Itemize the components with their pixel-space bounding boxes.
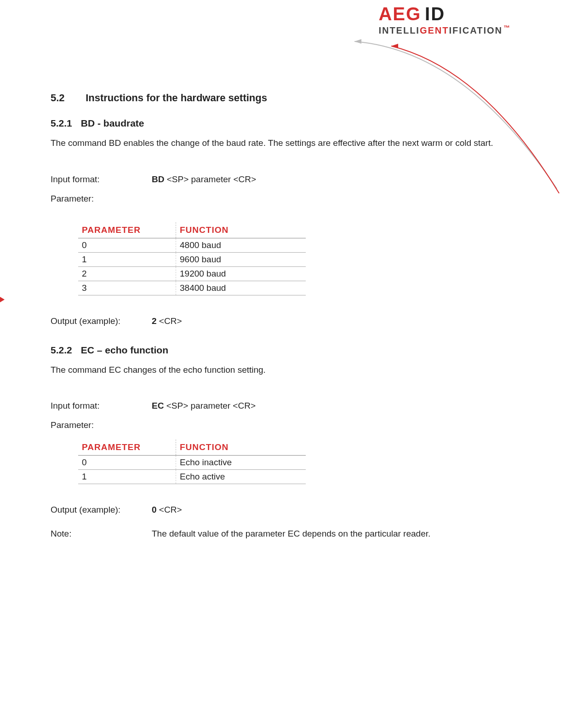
table-cell-param: 1 (78, 470, 176, 484)
logo-ification: IFICATION (449, 25, 503, 35)
subsection-522-title: EC – echo function (81, 345, 168, 355)
table-row: 3 38400 baud (78, 281, 306, 295)
output-example-value-522: 0 <CR> (152, 505, 510, 515)
parameter-label-row-521: Parameter: (51, 194, 510, 204)
logo-aeg-text: AEG (378, 4, 421, 24)
page-edge-marker-icon (0, 297, 5, 302)
logo-intelli: INTELLI (378, 25, 420, 35)
table-row: 1 Echo active (78, 470, 306, 484)
table-cell-param: 0 (78, 238, 176, 252)
output-example-row-521: Output (example): 2 <CR> (51, 316, 510, 326)
brand-logo: AEGID INTELLIGENTIFICATION™ (378, 5, 511, 36)
table-cell-param: 0 (78, 456, 176, 470)
input-format-label: Input format: (51, 174, 152, 185)
table-header-parameter: PARAMETER (78, 439, 176, 456)
subsection-521-title: BD - baudrate (81, 118, 144, 128)
note-label-522: Note: (51, 529, 152, 539)
input-rest-ec: <SP> parameter <CR> (164, 401, 256, 410)
table-header-parameter: PARAMETER (78, 222, 176, 238)
table-row: 2 19200 baud (78, 266, 306, 281)
output-cmd-522: 0 (152, 505, 157, 514)
table-row: 0 4800 baud (78, 238, 306, 252)
table-header-row: PARAMETER FUNCTION (78, 222, 306, 238)
input-cmd-ec: EC (152, 401, 164, 410)
parameter-table-522: PARAMETER FUNCTION 0 Echo inactive 1 Ech… (78, 439, 306, 484)
input-format-row-521: Input format: BD <SP> parameter <CR> (51, 174, 510, 185)
output-example-label-522: Output (example): (51, 505, 152, 515)
logo-id-text: ID (425, 4, 445, 24)
output-example-value-521: 2 <CR> (152, 316, 510, 326)
table-header-row: PARAMETER FUNCTION (78, 439, 306, 456)
section-title: Instructions for the hardware settings (86, 92, 267, 104)
parameter-table-521: PARAMETER FUNCTION 0 4800 baud 1 9600 ba… (78, 222, 306, 295)
subsection-522-heading: 5.2.2 EC – echo function (51, 345, 510, 356)
subsection-522-desc: The command EC changes of the echo funct… (51, 364, 510, 376)
input-format-label-522: Input format: (51, 401, 152, 411)
table-cell-func: 4800 baud (176, 238, 306, 252)
table-cell-func: 38400 baud (176, 281, 306, 295)
table-cell-func: 19200 baud (176, 266, 306, 281)
logo-tm: ™ (503, 24, 511, 31)
table-row: 0 Echo inactive (78, 456, 306, 470)
subsection-521-number: 5.2.1 (51, 118, 78, 129)
table-cell-func: 9600 baud (176, 252, 306, 266)
logo-gent: GENT (420, 25, 449, 35)
svg-marker-1 (391, 44, 398, 48)
table-cell-param: 3 (78, 281, 176, 295)
table-cell-func: Echo inactive (176, 456, 306, 470)
subsection-522-number: 5.2.2 (51, 345, 78, 356)
input-format-row-522: Input format: EC <SP> parameter <CR> (51, 401, 510, 411)
parameter-label-522: Parameter: (51, 420, 152, 430)
parameter-label-row-522: Parameter: (51, 420, 510, 430)
section-heading: 5.2 Instructions for the hardware settin… (51, 92, 510, 104)
output-rest-521: <CR> (157, 316, 182, 326)
table-cell-func: Echo active (176, 470, 306, 484)
input-rest-bd: <SP> parameter <CR> (164, 174, 256, 184)
note-text-522: The default value of the parameter EC de… (152, 529, 510, 539)
table-header-function: FUNCTION (176, 222, 306, 238)
input-format-value-522: EC <SP> parameter <CR> (152, 401, 510, 411)
section-number: 5.2 (51, 92, 83, 104)
svg-marker-0 (354, 39, 361, 44)
subsection-521-desc: The command BD enables the change of the… (51, 137, 510, 149)
output-rest-522: <CR> (157, 505, 182, 514)
output-example-row-522: Output (example): 0 <CR> (51, 505, 510, 515)
note-row-522: Note: The default value of the parameter… (51, 529, 510, 539)
input-format-value: BD <SP> parameter <CR> (152, 174, 510, 185)
table-row: 1 9600 baud (78, 252, 306, 266)
document-body: 5.2 Instructions for the hardware settin… (51, 92, 510, 548)
parameter-label-521: Parameter: (51, 194, 152, 204)
table-cell-param: 2 (78, 266, 176, 281)
subsection-521-heading: 5.2.1 BD - baudrate (51, 118, 510, 129)
output-cmd-521: 2 (152, 316, 157, 326)
table-header-function: FUNCTION (176, 439, 306, 456)
input-cmd-bd: BD (152, 174, 164, 184)
output-example-label-521: Output (example): (51, 316, 152, 326)
table-cell-param: 1 (78, 252, 176, 266)
